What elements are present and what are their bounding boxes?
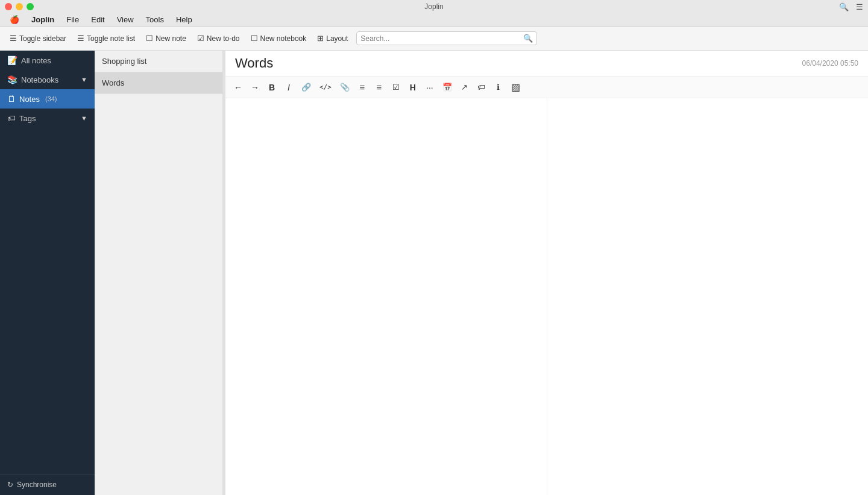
window-title: Joplin (424, 2, 443, 11)
info-button[interactable]: ℹ (491, 80, 506, 94)
new-notebook-button[interactable]: ☐ New notebook (246, 31, 312, 45)
search-icon[interactable]: 🔍 (839, 2, 849, 11)
link-button[interactable]: 🔗 (298, 80, 315, 94)
editor-header: 06/04/2020 05:50 (225, 51, 868, 77)
bold-button[interactable]: B (264, 80, 280, 95)
search-input[interactable] (360, 34, 523, 43)
sidebar: 📝 All notes 📚 Notebooks ▼ 🗒 Notes (34) 🏷… (0, 51, 95, 495)
list-icon[interactable]: ☰ (856, 2, 863, 11)
new-note-icon: ☐ (146, 34, 153, 43)
tags-chevron-icon: ▼ (81, 115, 87, 122)
editor-pane[interactable] (225, 98, 547, 495)
app-menu-file[interactable]: File (61, 14, 84, 25)
code-button[interactable]: </> (316, 81, 335, 93)
sync-label: Synchronise (17, 481, 57, 489)
note-item-title: Shopping list (102, 57, 146, 66)
new-note-button[interactable]: ☐ New note (141, 31, 191, 45)
app-menu-joplin[interactable]: Joplin (27, 14, 59, 25)
note-item-shopping-list[interactable]: Shopping list (95, 51, 222, 72)
search-submit-icon[interactable]: 🔍 (523, 34, 533, 43)
notes-icon: 🗒 (7, 94, 16, 104)
attachment-button[interactable]: 📎 (336, 80, 353, 94)
notes-label: Notes (19, 95, 40, 104)
note-date: 06/04/2020 05:50 (802, 59, 858, 68)
note-item-title: Words (102, 78, 124, 87)
app-menu-help[interactable]: Help (171, 14, 197, 25)
notes-count: (34) (45, 95, 57, 102)
note-list-icon: ☰ (77, 34, 84, 43)
note-title[interactable] (235, 55, 802, 71)
new-note-label: New note (156, 34, 186, 43)
forward-button[interactable]: → (247, 80, 263, 95)
apple-menu[interactable]: 🍎 (5, 14, 24, 25)
note-list: Shopping list Words (95, 51, 223, 495)
toggle-sidebar-button[interactable]: ☰ Toggle sidebar (5, 31, 71, 45)
back-button[interactable]: ← (230, 80, 246, 95)
bullet-list-button[interactable]: ≡ (354, 80, 370, 95)
layout-icon: ⊞ (317, 34, 324, 43)
main-layout: 📝 All notes 📚 Notebooks ▼ 🗒 Notes (34) 🏷… (0, 51, 868, 495)
more-button[interactable]: ··· (422, 80, 438, 95)
sync-button[interactable]: ↻ Synchronise (0, 474, 95, 495)
numbered-list-button[interactable]: ≡ (371, 80, 387, 95)
app-menu-view[interactable]: View (112, 14, 139, 25)
layout-toggle-button[interactable]: ▨ (508, 79, 524, 95)
toggle-note-list-button[interactable]: ☰ Toggle note list (72, 31, 140, 45)
minimize-button[interactable] (16, 3, 23, 10)
tag-button[interactable]: 🏷 (474, 80, 489, 94)
close-button[interactable] (5, 3, 12, 10)
notebooks-label: Notebooks (21, 75, 58, 84)
toggle-note-list-label: Toggle note list (87, 34, 135, 43)
menubar: 🍎 Joplin File Edit View Tools Help (0, 13, 868, 27)
all-notes-icon: 📝 (7, 55, 17, 65)
sidebar-icon: ☰ (10, 34, 17, 43)
layout-button[interactable]: ⊞ Layout (312, 31, 353, 45)
titlebar-icons: 🔍 ☰ (839, 2, 863, 11)
external-button[interactable]: ↗ (457, 80, 473, 94)
traffic-lights[interactable] (5, 3, 34, 10)
app-menu-edit[interactable]: Edit (86, 14, 109, 25)
note-item-words[interactable]: Words (95, 72, 222, 94)
italic-button[interactable]: I (281, 80, 297, 95)
new-todo-label: New to-do (207, 34, 240, 43)
editor-toolbar: ← → B I 🔗 </> 📎 ≡ ≡ ☑ H ··· 📅 ↗ 🏷 ℹ ▨ (225, 77, 868, 98)
notebooks-icon: 📚 (7, 75, 17, 84)
heading-button[interactable]: H (405, 80, 421, 95)
layout-label: Layout (326, 34, 348, 43)
sync-icon: ↻ (7, 481, 13, 489)
all-notes-label: All notes (21, 56, 51, 65)
search-container[interactable]: 🔍 (356, 31, 537, 45)
editor-content (225, 98, 868, 495)
new-notebook-icon: ☐ (251, 34, 258, 43)
new-notebook-label: New notebook (260, 34, 307, 43)
preview-pane (547, 98, 869, 495)
titlebar: Joplin 🔍 ☰ (0, 0, 868, 13)
app-menu-tools[interactable]: Tools (141, 14, 169, 25)
tags-icon: 🏷 (7, 113, 16, 123)
checkbox-button[interactable]: ☑ (388, 80, 404, 94)
sidebar-item-notebooks[interactable]: 📚 Notebooks ▼ (0, 70, 95, 89)
toggle-sidebar-label: Toggle sidebar (19, 34, 66, 43)
main-toolbar: ☰ Toggle sidebar ☰ Toggle note list ☐ Ne… (0, 27, 868, 51)
maximize-button[interactable] (27, 3, 34, 10)
tags-label: Tags (19, 114, 36, 123)
sidebar-item-notes[interactable]: 🗒 Notes (34) (0, 89, 95, 109)
new-todo-icon: ☑ (197, 34, 204, 43)
editor-area: 06/04/2020 05:50 ← → B I 🔗 </> 📎 ≡ ≡ ☑ H… (225, 51, 868, 495)
sidebar-item-tags[interactable]: 🏷 Tags ▼ (0, 109, 95, 128)
new-todo-button[interactable]: ☑ New to-do (192, 31, 245, 45)
calendar-button[interactable]: 📅 (439, 80, 456, 94)
sidebar-item-all-notes[interactable]: 📝 All notes (0, 51, 95, 70)
notebooks-chevron-icon: ▼ (81, 76, 87, 83)
